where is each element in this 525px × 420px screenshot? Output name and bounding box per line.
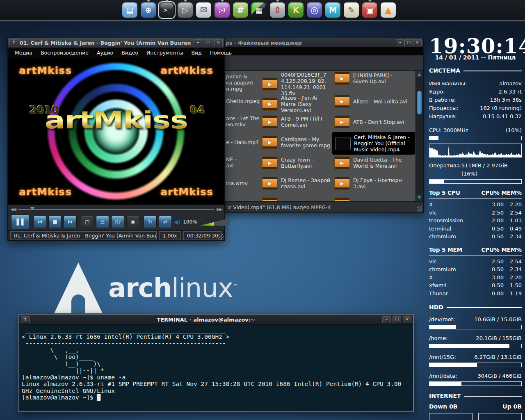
playlist-button[interactable]: ☰	[96, 216, 109, 228]
dock-icon-file-manager[interactable]: ▤	[122, 2, 137, 18]
sys-row: Процессы:162 (0 running)	[429, 104, 522, 112]
maximize-button[interactable]: □	[404, 39, 413, 46]
next-button[interactable]: ⏵⏵	[64, 216, 77, 228]
dock-icon-terminal[interactable]: >_	[159, 2, 174, 18]
file-manager-titlebar[interactable]: ps - Файловый менеджер – □ ✕	[224, 38, 423, 47]
file-item-fragment[interactable]: NE - avi	[226, 156, 237, 169]
scroll-down-icon[interactable]: ▼	[416, 194, 422, 201]
close-button[interactable]: ✕	[403, 316, 411, 323]
file-item[interactable]: David Guetta - The World is Mine.avi	[334, 156, 411, 169]
scrollbar-thumb[interactable]	[417, 91, 422, 114]
file-item-fragment[interactable]: ace - Let The Go.mkv	[226, 115, 259, 128]
file-item[interactable]: Alizee - Moi Lolita.avi	[334, 95, 411, 108]
dock-icon-system-monitor[interactable]: M	[325, 2, 340, 18]
maximize-button[interactable]: □	[393, 316, 401, 323]
dock-icon-partition-editor[interactable]: ▦	[251, 2, 267, 18]
file-item[interactable]	[262, 197, 332, 201]
resize-grip[interactable]	[417, 206, 422, 212]
terminal-screen[interactable]: ________________________________________…	[19, 325, 413, 403]
terminal-titlebar[interactable]: ↑ TERMINAL - almazov@almazov:~ – □ ✕	[19, 315, 413, 325]
terminal-title: TERMINAL - almazov@almazov:~	[31, 317, 381, 323]
dock-icon-network-places[interactable]: ⊕	[141, 2, 156, 18]
shuffle-button[interactable]: ⇄	[159, 216, 172, 228]
close-button[interactable]: ✕	[214, 39, 223, 46]
volume-slider[interactable]	[200, 218, 230, 226]
file-item-selected[interactable]: Cerf, Mitiska & Jaren - Beggin' You (Off…	[333, 132, 415, 154]
art-issue: 04	[190, 104, 205, 116]
dock-icon-window-resize[interactable]: ⇕	[270, 2, 285, 18]
file-item[interactable]: DJ Грув - Ноктюрн 3.avi	[334, 177, 411, 190]
fullscreen-button[interactable]: ▢	[81, 216, 94, 228]
arch-a-icon	[54, 262, 103, 313]
section-system: СИСТЕМА	[429, 67, 522, 74]
menu-playback[interactable]: Воспроизведение	[37, 50, 92, 56]
dock-icon-notes[interactable]: ✎	[344, 2, 359, 18]
file-item[interactable]: Cardigans - My favorite game.mpg	[262, 136, 332, 149]
video-display[interactable]: artMkiss artMkiss artMkiss artMkiss 2010…	[8, 58, 224, 205]
file-item[interactable]: DJ Romeo - Закрой глаза.avi	[262, 177, 332, 190]
top-panel: ▤ ⊕ >_ ▷ ✉ ;-) # ▦ ⇕ K ◎ M ✎ ▣ ▲	[0, 0, 525, 21]
file-item[interactable]: ATB - Don't Stop.avi	[334, 115, 411, 128]
dock-icon-messenger[interactable]: ;-)	[215, 2, 230, 18]
file-item-fragment[interactable]: e - Halo.mp4	[226, 139, 259, 145]
equalizer-icon: ⫽|⫽	[115, 219, 121, 225]
minimize-button[interactable]: –	[396, 39, 404, 46]
section-hdd: HDD	[429, 304, 522, 310]
dock-icon-web-browser[interactable]: ◎	[307, 2, 322, 18]
playback-rate[interactable]: 1.00x	[159, 231, 181, 240]
maximize-button[interactable]: □	[204, 39, 212, 46]
desktop-wallpaper: ▤ ⊕ >_ ▷ ✉ ;-) # ▦ ⇕ K ◎ M ✎ ▣ ▲ archlin…	[0, 0, 525, 420]
dock-icon-keyring[interactable]: K	[288, 2, 304, 18]
seek-back-icon[interactable]: ◀◀	[10, 207, 16, 212]
resize-grip[interactable]	[218, 234, 224, 240]
time-display[interactable]: 00:32/09:30	[183, 231, 222, 240]
loop-button[interactable]: ↻	[144, 216, 157, 228]
scrollbar[interactable]: ▲ ▼	[415, 71, 423, 201]
stop-button[interactable]: ■	[48, 216, 62, 228]
file-item[interactable]: [LINKIN PARK] - Given Up.avi	[334, 72, 407, 85]
seek-thumb[interactable]	[30, 207, 35, 212]
file-item[interactable]: 0040FD016C3F_74.125.208.19_82.114.149.21…	[262, 72, 329, 96]
date: 14 / 01 / 2011 -- Пятница	[429, 54, 522, 61]
file-item-fragment[interactable]: ina.wmv	[226, 180, 248, 186]
dock-icon-irc[interactable]: #	[233, 2, 248, 18]
file-item-fragment[interactable]: Ghetto.mpeg	[226, 98, 260, 104]
file-item[interactable]	[334, 197, 411, 201]
file-list[interactable]: риске & ка авария - и.mpg Ghetto.mpeg ac…	[224, 71, 423, 201]
vlc-titlebar[interactable]: ↑ 01. Cerf & Mitiska & Jaren - Beggin' Y…	[8, 38, 224, 48]
file-item-fragment[interactable]: риске & ка авария - и.mpg	[226, 73, 256, 92]
menu-video[interactable]: Видео	[118, 50, 142, 56]
dock-icon-media-player[interactable]: ▷	[178, 2, 193, 18]
dock-icon-mail[interactable]: ✉	[196, 2, 211, 18]
seek-slider[interactable]	[18, 209, 214, 210]
menu-audio[interactable]: Аудио	[93, 50, 117, 56]
dock-icon-package-manager[interactable]: ▣	[362, 2, 377, 18]
video-file-icon	[262, 115, 278, 128]
shade-button[interactable]: ↑	[9, 39, 18, 46]
menu-tools[interactable]: Инструменты	[143, 50, 187, 56]
dock-icon-vlc[interactable]: ▲	[381, 2, 396, 18]
package-icon: ▣	[366, 6, 374, 14]
scroll-up-icon[interactable]: ▲	[416, 71, 422, 78]
menu-help[interactable]: Помощь	[206, 50, 235, 56]
menu-media[interactable]: Медиа	[11, 50, 36, 56]
video-file-icon	[334, 115, 350, 128]
close-button[interactable]: ✕	[413, 39, 422, 46]
pause-button[interactable]	[11, 215, 29, 229]
minimize-button[interactable]: –	[194, 39, 202, 46]
equalizer-button[interactable]: ⫽|⫽	[111, 216, 124, 228]
menu-view[interactable]: Вид	[187, 50, 205, 56]
minimize-button[interactable]: –	[382, 316, 391, 323]
seek-forward-icon[interactable]: ▶▶	[217, 207, 222, 212]
shade-button[interactable]: ↑	[21, 316, 30, 323]
file-item[interactable]: ATB - 9 PM (Till I Come).avi	[262, 115, 332, 128]
file-item[interactable]: Alizee - J'en Ai Marre (Sexy Version).av…	[262, 95, 332, 113]
hdd-root: /dev/root:10.6GiB / 15.0GiB	[429, 315, 522, 329]
file-item[interactable]: Crazy Town - Butterfly.avi	[262, 156, 332, 169]
previous-button[interactable]: ⏴⏴	[33, 216, 46, 228]
art-title: artMkiss	[44, 106, 187, 134]
volume-area: ◀) 100%	[174, 218, 230, 226]
speaker-icon[interactable]: ◀)	[174, 219, 180, 225]
snapshot-button[interactable]: ◉	[126, 216, 139, 228]
ram-bar	[429, 179, 522, 184]
